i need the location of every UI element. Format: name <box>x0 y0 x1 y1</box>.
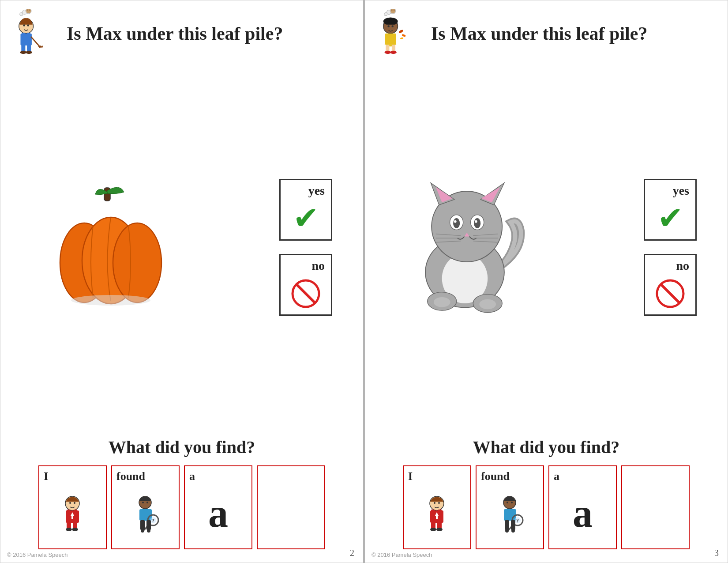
page2-word-box-found: found ? <box>476 465 544 549</box>
page2-bottom: What did you find? I <box>365 432 728 563</box>
page1-header: Is Max under this leaf pile? <box>0 0 363 62</box>
svg-point-60 <box>387 25 390 27</box>
page1-bottom: What did you find? I <box>0 432 363 563</box>
page2-copyright: © 2016 Pamela Speech <box>372 552 432 558</box>
svg-point-61 <box>391 25 394 27</box>
page2-no-box[interactable]: no <box>644 254 697 316</box>
checkmark-icon: ✔ <box>293 203 319 234</box>
page2-boy-icon <box>420 494 454 533</box>
svg-rect-101 <box>438 510 442 512</box>
svg-rect-33 <box>74 510 77 512</box>
page2-word-box-i: I <box>403 465 471 549</box>
page2-big-letter-a: a <box>573 494 593 533</box>
svg-point-105 <box>436 528 443 531</box>
character-boy <box>9 9 58 58</box>
svg-point-50 <box>141 529 144 533</box>
svg-rect-43 <box>139 509 152 521</box>
svg-point-104 <box>430 528 436 531</box>
word-box-a-label: a <box>188 470 195 483</box>
svg-point-65 <box>385 51 391 54</box>
svg-rect-39 <box>71 516 73 519</box>
svg-point-109 <box>507 502 508 503</box>
word-box-found: found <box>111 465 180 549</box>
word-box-found-image: ? <box>129 483 162 544</box>
svg-point-29 <box>69 502 71 504</box>
page2-word-box-found-image: ? <box>493 483 526 544</box>
page2-word-boxes: I <box>378 465 714 549</box>
svg-text:?: ? <box>152 518 154 524</box>
page2-no-circle-icon <box>655 278 686 309</box>
svg-rect-100 <box>431 510 435 512</box>
page-2: Is Max under this leaf pile? <box>364 0 728 563</box>
pumpkin-image <box>36 181 186 314</box>
svg-point-14 <box>20 51 27 54</box>
svg-point-92 <box>434 297 450 307</box>
word-box-i-image <box>56 483 89 544</box>
svg-point-119 <box>511 529 515 533</box>
boy-icon <box>56 494 89 533</box>
page2-checkmark-icon: ✔ <box>657 203 683 234</box>
yes-label: yes <box>308 184 326 198</box>
svg-line-19 <box>41 45 41 48</box>
svg-point-51 <box>147 529 150 533</box>
page1-number: 2 <box>350 548 354 558</box>
yes-box[interactable]: yes ✔ <box>279 179 332 241</box>
word-box-found-label: found <box>115 470 145 483</box>
svg-rect-107 <box>436 516 438 519</box>
svg-rect-48 <box>140 520 145 530</box>
page2-yes-box[interactable]: yes ✔ <box>644 179 697 241</box>
svg-point-24 <box>113 223 161 302</box>
page2-yes-label: yes <box>673 184 691 198</box>
svg-point-68 <box>402 34 406 37</box>
svg-rect-111 <box>504 509 516 521</box>
cat-area <box>391 163 559 331</box>
page2-word-box-empty <box>621 465 690 549</box>
svg-point-56 <box>391 9 393 11</box>
svg-point-80 <box>474 218 480 228</box>
page2-main: yes ✔ no <box>365 62 728 432</box>
cat-image <box>407 177 544 318</box>
page1-main: yes ✔ no <box>0 62 363 432</box>
svg-point-82 <box>475 220 477 223</box>
svg-point-41 <box>142 502 144 503</box>
svg-point-5 <box>29 9 31 11</box>
svg-point-8 <box>27 24 29 26</box>
svg-point-69 <box>400 37 404 39</box>
svg-rect-10 <box>22 33 25 35</box>
no-circle-icon <box>290 278 321 309</box>
svg-point-79 <box>453 218 460 228</box>
page2-word-box-a-image: a <box>573 483 593 544</box>
pumpkin-area <box>27 163 195 331</box>
no-box[interactable]: no <box>279 254 332 316</box>
page-1: Is Max under this leaf pile? <box>0 0 364 563</box>
svg-point-36 <box>66 528 72 531</box>
page2-found-icon: ? <box>493 494 526 533</box>
page1-bottom-question: What did you find? <box>14 437 350 457</box>
svg-rect-11 <box>27 33 30 35</box>
page2-word-box-a: a a <box>548 465 617 549</box>
svg-point-67 <box>398 29 404 34</box>
svg-point-25 <box>71 295 150 306</box>
svg-text:?: ? <box>516 518 519 524</box>
svg-point-118 <box>505 529 509 533</box>
page1-copyright: © 2016 Pamela Speech <box>7 552 68 558</box>
svg-rect-49 <box>146 520 151 530</box>
svg-rect-117 <box>511 520 515 530</box>
svg-rect-116 <box>505 520 509 530</box>
page2-yes-no: yes ✔ no <box>644 179 697 316</box>
svg-point-59 <box>383 17 398 25</box>
word-box-a: a a <box>184 465 252 549</box>
character-girl <box>374 9 422 58</box>
page2-word-box-a-label: a <box>552 470 559 483</box>
page2-question: Is Max under this leaf pile? <box>431 23 647 45</box>
found-icon: ? <box>129 494 162 533</box>
word-box-a-image: a <box>208 483 228 544</box>
svg-rect-32 <box>67 510 70 512</box>
svg-point-15 <box>26 51 32 54</box>
word-box-empty <box>257 465 325 549</box>
page2-no-label: no <box>676 259 691 273</box>
page2-word-box-found-label: found <box>479 470 510 483</box>
page1-word-boxes: I <box>14 465 350 549</box>
svg-point-57 <box>394 9 395 11</box>
svg-point-7 <box>23 24 25 26</box>
